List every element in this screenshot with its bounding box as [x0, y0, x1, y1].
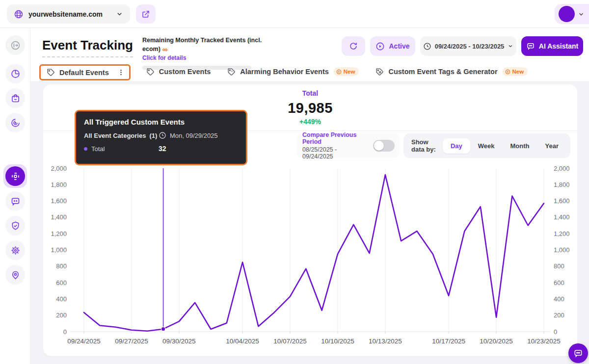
tooltip-value: 32: [159, 145, 238, 153]
chevron-down-icon: [116, 10, 123, 18]
sidebar-item-behavior[interactable]: [5, 113, 25, 132]
new-badge: New: [502, 67, 528, 76]
sidebar: [0, 28, 30, 364]
expand-panel-icon: [10, 40, 21, 51]
tab-label: Custom Events: [159, 68, 211, 76]
series-line: [84, 175, 544, 331]
tabs-row: Default Events Custom Events Alarming B: [39, 62, 529, 81]
date-range-value: 09/24/2025 - 10/23/2025: [435, 43, 505, 50]
tooltip-category-count: (1): [149, 132, 157, 139]
infinity-icon: ∞: [162, 45, 168, 53]
y-tick-label-left: 1,800: [51, 181, 67, 188]
support-chat-fab[interactable]: [568, 343, 588, 363]
click-for-details-link[interactable]: Click for details: [142, 54, 265, 61]
clock-icon: [159, 131, 166, 139]
y-tick-label-left: 1,600: [51, 197, 67, 205]
target-focus-icon: [10, 171, 21, 182]
refresh-button[interactable]: [342, 36, 365, 56]
shopping-bag-icon: [10, 93, 21, 104]
tag-alert-icon: [227, 68, 236, 76]
chat-bubble-icon: [10, 196, 21, 207]
pie-chart-icon: [10, 69, 21, 79]
sidebar-item-privacy[interactable]: [5, 216, 25, 235]
sidebar-item-dashboard[interactable]: [5, 64, 25, 83]
website-selector[interactable]: yourwebsitename.com: [7, 4, 130, 24]
tab-alarming-behavior-events[interactable]: Alarming Behavior Events New: [226, 64, 360, 79]
app-window: yourwebsitename.com: [0, 0, 589, 364]
tag-icon: [47, 68, 55, 77]
tab-label: Default Events: [59, 69, 109, 77]
y-tick-label-right: 600: [554, 279, 564, 286]
tooltip-category: All Event Categories: [84, 132, 146, 139]
tooltip-series-name: Total: [91, 145, 105, 153]
tab-default-events[interactable]: Default Events: [39, 64, 131, 80]
y-tick-label-left: 2,000: [51, 165, 67, 172]
chevron-down-icon: [508, 43, 513, 49]
gear-icon: [10, 245, 21, 256]
y-tick-label-left: 1,400: [51, 213, 67, 221]
user-menu[interactable]: [555, 4, 589, 24]
open-website-button[interactable]: [136, 4, 156, 24]
hover-point: [161, 327, 165, 331]
y-tick-label-left: 600: [56, 279, 67, 286]
y-tick-label-right: 1,600: [554, 197, 570, 205]
ai-assistant-button[interactable]: AI Assistant: [521, 36, 583, 56]
y-tick-label-left: 0: [63, 328, 67, 336]
status-label: Active: [389, 42, 409, 50]
y-tick-label-left: 800: [56, 262, 67, 270]
page-title: Event Tracking: [42, 38, 133, 57]
play-circle-icon: [375, 42, 385, 51]
y-tick-label-left: 1,000: [51, 246, 67, 254]
tooltip-annotation-box: All Triggered Custom Events All Event Ca…: [75, 110, 247, 165]
new-badge: New: [333, 67, 359, 76]
page-header: Event Tracking Remaining Monthly Tracked…: [30, 28, 589, 82]
x-tick-label: 10/23/2025: [527, 338, 561, 345]
tab-options-kebab-icon[interactable]: [117, 68, 125, 77]
ai-chat-icon: [526, 42, 535, 51]
x-tick-label: 09/27/2025: [115, 338, 148, 345]
chevron-down-icon: [578, 11, 585, 18]
tag-gear-icon: [375, 68, 384, 76]
chat-bubble-icon: [573, 348, 583, 358]
avatar: [559, 6, 575, 22]
new-badge-icon: [505, 69, 510, 75]
clock-icon: [423, 42, 431, 51]
main-content: Event Tracking Remaining Monthly Tracked…: [30, 28, 589, 364]
tab-custom-event-tags-generator[interactable]: Custom Event Tags & Generator New: [375, 64, 529, 79]
event-tracking-active-bg: [5, 166, 25, 186]
external-link-icon: [141, 10, 150, 19]
sidebar-item-ecommerce[interactable]: [5, 88, 25, 108]
ai-assistant-label: AI Assistant: [539, 42, 578, 50]
chart-tooltip: All Triggered Custom Events All Event Ca…: [76, 111, 246, 164]
series-color-dot: [84, 147, 87, 151]
date-range-picker[interactable]: 09/24/2025 - 10/23/2025: [420, 36, 516, 56]
tooltip-date: Mon, 09/29/2025: [170, 132, 218, 139]
sidebar-item-feedback[interactable]: [5, 191, 25, 211]
y-tick-label-left: 400: [56, 295, 67, 303]
x-tick-label: 10/13/2025: [369, 338, 402, 345]
sidebar-collapse-button[interactable]: [5, 35, 25, 55]
y-tick-label-right: 2,000: [554, 165, 570, 172]
tab-custom-events[interactable]: Custom Events: [145, 65, 212, 79]
location-pin-icon: [10, 270, 21, 280]
tag-icon: [146, 68, 155, 76]
sidebar-item-locations[interactable]: [5, 265, 25, 285]
y-tick-label-right: 1,200: [554, 230, 570, 237]
chart-card: Total 19,985 +449% Compare Previous Peri…: [43, 84, 577, 356]
y-tick-label-right: 0: [554, 328, 557, 336]
tab-label: Alarming Behavior Events: [240, 68, 329, 76]
x-tick-label: 10/10/2025: [321, 338, 354, 345]
y-tick-label-right: 200: [554, 312, 564, 319]
tooltip-title: All Triggered Custom Events: [84, 118, 238, 126]
globe-icon: [14, 9, 24, 19]
status-button[interactable]: Active: [370, 36, 415, 56]
y-tick-label-right: 1,800: [554, 181, 570, 188]
y-tick-label-right: 800: [554, 262, 564, 270]
remaining-events-label: Remaining Monthly Tracked Events (incl. …: [142, 37, 262, 52]
sidebar-item-event-tracking[interactable]: [3, 164, 27, 188]
y-tick-label-left: 200: [56, 312, 67, 319]
x-tick-label: 09/24/2025: [67, 338, 101, 345]
x-tick-label: 09/30/2025: [162, 338, 196, 345]
sidebar-item-settings[interactable]: [5, 240, 25, 260]
x-tick-label: 10/17/2025: [432, 338, 465, 345]
